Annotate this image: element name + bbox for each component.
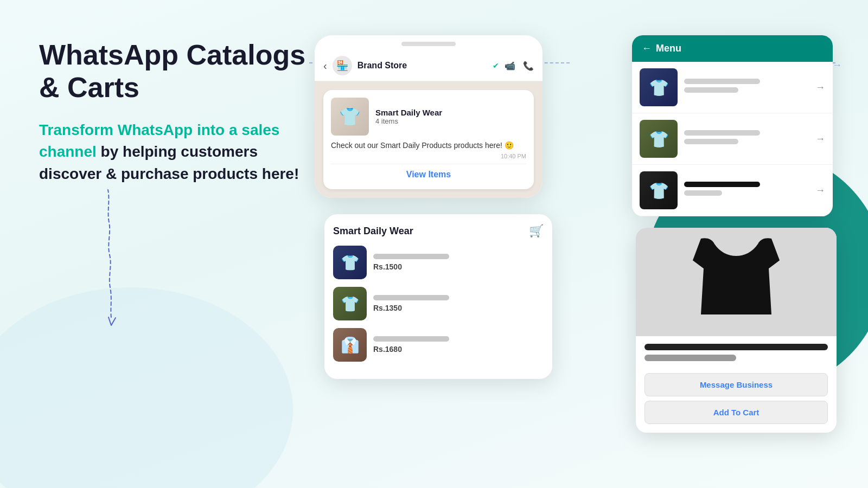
catalog-count: 4 items [375, 117, 442, 125]
menu-item-img-black: 👕 [640, 171, 678, 209]
video-call-icon[interactable]: 📹 [505, 61, 515, 71]
product-thumbnail-navy: 👕 [333, 246, 367, 279]
store-avatar: 🏪 [333, 56, 352, 75]
menu-item-img-navy: 👕 [640, 68, 678, 106]
chat-action-icons: 📹 📞 [505, 61, 534, 71]
menu-panel: ← Menu 👕 → 👕 → 👕 → [632, 35, 833, 216]
menu-text-bar [684, 130, 760, 136]
menu-text-bar-sub [684, 139, 738, 144]
add-to-cart-button[interactable]: Add To Cart [644, 401, 828, 424]
product-detail-sub-bar [644, 355, 736, 361]
product-row: 👔 Rs.1680 [333, 328, 544, 362]
menu-arrow-icon: → [815, 133, 825, 145]
product-detail-image [636, 228, 837, 336]
catalog-title: Smart Daily Wear [375, 108, 442, 117]
store-icon: 🏪 [336, 60, 348, 72]
menu-arrow-icon: → [815, 185, 825, 196]
menu-item-row[interactable]: 👕 → [632, 62, 833, 113]
chat-header: ‹ 🏪 Brand Store ✔ 📹 📞 [315, 50, 542, 81]
phone-icon[interactable]: 📞 [523, 61, 534, 71]
product-name-bar [373, 295, 449, 300]
menu-text-bar-sub [684, 87, 738, 93]
page-title: WhatsApp Catalogs & Carts [39, 39, 310, 104]
catalog-preview: 👕 Smart Daily Wear 4 items [331, 98, 526, 136]
menu-item-text [684, 130, 809, 147]
product-price-3: Rs.1680 [373, 345, 544, 354]
menu-header: ← Menu [632, 35, 833, 62]
verified-badge: ✔ [493, 61, 499, 70]
catalog-panel: Smart Daily Wear 🛒 👕 Rs.1500 👕 Rs.1350 👔… [324, 214, 552, 379]
product-price-1: Rs.1500 [373, 262, 544, 271]
message-bubble: 👕 Smart Daily Wear 4 items Check out our… [323, 90, 534, 189]
store-name: Brand Store [358, 61, 487, 70]
product-thumbnail-olive: 👕 [333, 287, 367, 320]
product-detail-name-bar [644, 344, 828, 350]
squiggle-arrow [95, 179, 127, 331]
product-info: Rs.1500 [373, 254, 544, 271]
product-info: Rs.1680 [373, 336, 544, 354]
product-thumbnail-plaid: 👔 [333, 328, 367, 362]
message-business-button[interactable]: Message Business [644, 373, 828, 396]
product-name-bar [373, 254, 449, 259]
product-row: 👕 Rs.1500 [333, 246, 544, 279]
menu-arrow-icon: → [815, 82, 825, 93]
product-info: Rs.1350 [373, 295, 544, 312]
catalog-thumbnail: 👕 [331, 98, 369, 136]
menu-text-bar-sub [684, 190, 722, 196]
message-text: Check out our Smart Daily Products produ… [331, 141, 526, 150]
catalog-panel-title: Smart Daily Wear [333, 226, 413, 237]
catalog-info: Smart Daily Wear 4 items [375, 108, 442, 125]
message-time: 10:40 PM [331, 153, 526, 159]
chat-body: 👕 Smart Daily Wear 4 items Check out our… [315, 81, 542, 198]
left-section: WhatsApp Catalogs & Carts Transform What… [39, 39, 310, 185]
dashed-arrow-icon: → [832, 60, 842, 71]
menu-item-row[interactable]: 👕 → [632, 165, 833, 216]
back-icon[interactable]: ‹ [323, 60, 327, 72]
menu-back-icon[interactable]: ← [642, 43, 652, 54]
menu-text-bar-dark [684, 182, 760, 187]
background-blob [0, 287, 293, 488]
subtitle: Transform WhatsApp into a sales channel … [39, 119, 310, 185]
menu-item-text [684, 182, 809, 199]
tshirt-icon: 👕 [339, 106, 361, 127]
product-detail-info [636, 336, 837, 373]
menu-item-text [684, 79, 809, 96]
product-price-2: Rs.1350 [373, 304, 544, 312]
phone-chat-mockup: ‹ 🏪 Brand Store ✔ 📹 📞 👕 Smart Daily Wear… [315, 35, 542, 198]
catalog-panel-header: Smart Daily Wear 🛒 [333, 224, 544, 238]
menu-text-bar [684, 79, 760, 84]
menu-item-img-olive: 👕 [640, 120, 678, 158]
cart-icon[interactable]: 🛒 [529, 224, 544, 238]
product-row: 👕 Rs.1350 [333, 287, 544, 320]
menu-title: Menu [656, 43, 681, 54]
black-tshirt-svg [682, 228, 790, 336]
product-name-bar [373, 336, 449, 342]
product-detail-card: Message Business Add To Cart [636, 228, 837, 433]
product-detail-actions: Message Business Add To Cart [636, 373, 837, 433]
view-items-button[interactable]: View Items [331, 164, 526, 182]
phone-notch [401, 42, 456, 46]
menu-item-row[interactable]: 👕 → [632, 113, 833, 165]
